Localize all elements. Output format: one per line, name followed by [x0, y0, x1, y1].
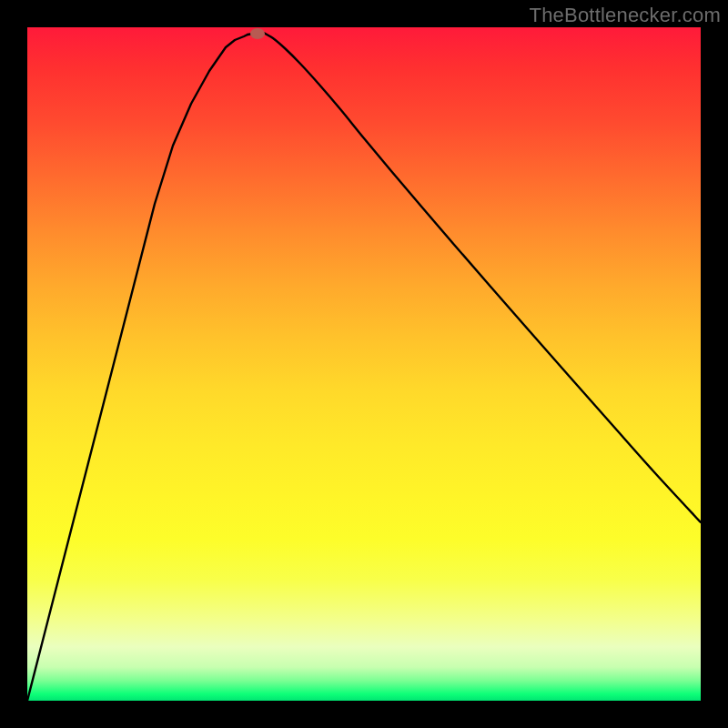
plot-area — [27, 27, 701, 701]
marker-dot — [250, 28, 265, 39]
curve-left-branch — [27, 35, 248, 701]
curve-svg — [27, 27, 701, 701]
watermark-text: TheBottlenecker.com — [530, 4, 721, 27]
curve-right-branch — [262, 32, 701, 522]
chart-frame: TheBottlenecker.com — [0, 0, 728, 728]
